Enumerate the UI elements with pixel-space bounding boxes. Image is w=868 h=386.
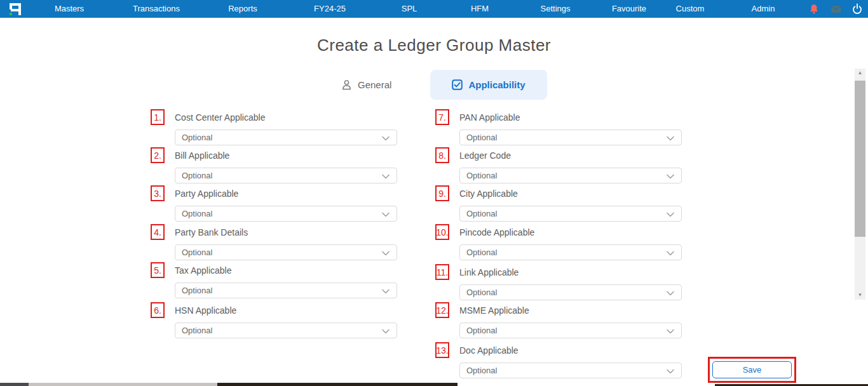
nav-item-masters[interactable]: Masters [55, 0, 84, 18]
field-label: Bill Applicable [175, 150, 229, 161]
field-label: Tax Applicable [175, 265, 232, 276]
window-edge-left [0, 383, 29, 386]
save-button[interactable]: Save [712, 361, 792, 378]
mail-icon[interactable] [831, 3, 842, 15]
field-dropdown[interactable]: Optional [459, 284, 682, 300]
chevron-down-icon [382, 174, 390, 179]
nav-item-hfm[interactable]: HFM [471, 0, 489, 18]
chevron-down-icon [382, 251, 390, 256]
nav-item-fy24-25[interactable]: FY24-25 [314, 0, 346, 18]
annotation-number-badge: 1. [151, 109, 165, 125]
field-label: Party Bank Details [175, 227, 248, 237]
dropdown-selected-value: Optional [460, 209, 497, 218]
tab-applicability[interactable]: Applicability [430, 70, 547, 100]
field-dropdown[interactable]: Optional [459, 130, 682, 145]
scroll-up-icon[interactable]: ▲ [855, 69, 865, 77]
vertical-scrollbar[interactable]: ▲ ▼ [855, 69, 865, 300]
annotation-number-badge: 6. [151, 302, 165, 318]
nav-item-admin[interactable]: Admin [752, 0, 775, 18]
field-dropdown[interactable]: Optional [175, 283, 397, 298]
annotation-number-badge: 11. [435, 264, 449, 280]
chevron-down-icon [382, 329, 390, 334]
nav-item-settings[interactable]: Settings [541, 0, 571, 18]
person-icon [341, 79, 352, 90]
chevron-down-icon [382, 136, 390, 141]
dropdown-selected-value: Optional [175, 209, 212, 218]
field-label: City Applicable [459, 189, 518, 199]
dropdown-selected-value: Optional [175, 133, 212, 142]
chevron-down-icon [667, 251, 674, 256]
tab-applicability-label: Applicability [468, 79, 525, 90]
annotation-number-badge: 9. [435, 185, 449, 201]
field-label: Doc Applicable [459, 345, 519, 356]
annotation-number-badge: 8. [435, 147, 449, 163]
dropdown-selected-value: Optional [175, 171, 212, 180]
field-label: Ledger Code [459, 150, 511, 161]
field-dropdown[interactable]: Optional [459, 244, 682, 260]
chevron-down-icon [667, 212, 674, 217]
dropdown-selected-value: Optional [175, 286, 212, 295]
annotation-number-badge: 13. [435, 342, 449, 358]
field-label: PAN Applicable [459, 112, 520, 123]
field-label: Link Applicable [459, 267, 519, 277]
annotation-number-badge: 4. [151, 224, 165, 240]
checked-checkbox-icon [452, 79, 463, 90]
app-logo-icon[interactable] [8, 2, 22, 16]
dropdown-selected-value: Optional [460, 288, 497, 297]
nav-item-transactions[interactable]: Transactions [133, 0, 180, 18]
field-dropdown[interactable]: Optional [175, 244, 397, 260]
dropdown-selected-value: Optional [175, 326, 212, 335]
dropdown-selected-value: Optional [460, 326, 497, 335]
annotation-number-badge: 5. [151, 262, 165, 278]
annotation-number-badge: 2. [151, 147, 165, 163]
dropdown-selected-value: Optional [460, 366, 497, 375]
power-icon[interactable] [851, 3, 863, 15]
bell-icon[interactable] [808, 3, 820, 15]
dropdown-selected-value: Optional [460, 248, 497, 257]
chevron-down-icon [667, 291, 674, 296]
field-label: Cost Center Applicable [175, 112, 265, 123]
field-label: Pincode Applicable [459, 227, 534, 237]
dropdown-selected-value: Optional [460, 133, 497, 142]
chevron-down-icon [667, 369, 674, 374]
field-dropdown[interactable]: Optional [175, 130, 397, 145]
page-title: Create a Ledger Group Master [0, 36, 868, 55]
field-label: Party Applicable [175, 189, 238, 199]
tab-general[interactable]: General [341, 77, 391, 92]
scroll-down-icon[interactable]: ▼ [855, 291, 865, 300]
annotation-number-badge: 10. [435, 224, 449, 240]
annotation-number-badge: 12. [435, 302, 449, 318]
field-dropdown[interactable]: Optional [459, 168, 682, 183]
field-dropdown[interactable]: Optional [175, 206, 397, 222]
annotation-number-badge: 7. [435, 109, 449, 125]
dropdown-selected-value: Optional [460, 171, 497, 180]
scrollbar-thumb[interactable] [855, 81, 865, 237]
chevron-down-icon [667, 136, 674, 141]
nav-item-custom[interactable]: Custom [676, 0, 705, 18]
chevron-down-icon [667, 174, 674, 179]
field-dropdown[interactable]: Optional [175, 168, 397, 183]
chevron-down-icon [382, 212, 390, 217]
nav-item-spl[interactable]: SPL [402, 0, 417, 18]
field-dropdown[interactable]: Optional [175, 323, 397, 338]
window-edge-middle [29, 383, 217, 386]
chevron-down-icon [667, 329, 674, 334]
top-navbar: MastersTransactionsReportsFY24-25SPLHFMS… [0, 0, 868, 18]
window-edge-dark [217, 383, 458, 386]
dropdown-selected-value: Optional [175, 248, 212, 257]
field-dropdown[interactable]: Optional [459, 323, 682, 338]
field-dropdown[interactable]: Optional [459, 206, 682, 222]
field-label: HSN Applicable [175, 305, 236, 316]
nav-item-reports[interactable]: Reports [228, 0, 257, 18]
field-label: MSME Applicable [459, 305, 529, 316]
tab-general-label: General [358, 79, 391, 90]
annotation-number-badge: 3. [151, 185, 165, 201]
nav-item-favourite[interactable]: Favourite [612, 0, 646, 18]
chevron-down-icon [382, 289, 390, 294]
field-dropdown[interactable]: Optional [459, 363, 682, 378]
